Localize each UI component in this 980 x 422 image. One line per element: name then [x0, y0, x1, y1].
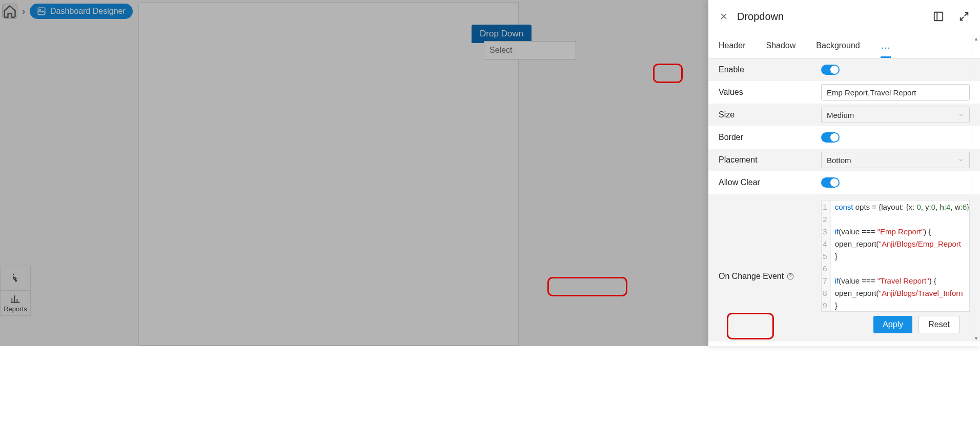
- palette-reports[interactable]: Reports: [1, 291, 30, 315]
- side-panel: Dropdown Header Shadow Background … Enab…: [708, 0, 980, 346]
- chevron-right-icon: ›: [17, 6, 30, 17]
- svg-rect-2: [934, 12, 943, 21]
- svg-point-1: [39, 9, 40, 10]
- breadcrumb-designer-label: Dashboard Designer: [50, 7, 126, 16]
- allowclear-toggle[interactable]: [821, 177, 840, 188]
- border-label: Border: [719, 133, 821, 142]
- tab-shadow[interactable]: Shadow: [766, 41, 795, 50]
- expand-icon[interactable]: [958, 11, 970, 22]
- breadcrumb-designer[interactable]: Dashboard Designer: [30, 4, 133, 19]
- row-placement: Placement Bottom: [708, 149, 980, 171]
- code-editor[interactable]: 1const opts = {layout: {x: 0, y:0, h:4, …: [821, 200, 970, 312]
- placement-select[interactable]: Bottom: [821, 152, 970, 168]
- widget-select[interactable]: Select: [484, 41, 576, 59]
- row-border: Border: [708, 126, 980, 149]
- size-select[interactable]: Medium: [821, 107, 970, 123]
- scrollbar[interactable]: ▲ ▼: [972, 36, 980, 344]
- apply-button[interactable]: Apply: [873, 316, 912, 333]
- panel-title: Dropdown: [737, 11, 918, 23]
- highlight-apply: [727, 313, 774, 339]
- breadcrumb: › Dashboard Designer: [0, 2, 133, 21]
- row-values: Values: [708, 81, 980, 104]
- tabs: Header Shadow Background …: [708, 33, 980, 58]
- widget-select-placeholder: Select: [489, 46, 512, 55]
- size-label: Size: [719, 110, 821, 119]
- reset-button[interactable]: Reset: [918, 316, 959, 333]
- scroll-thumb[interactable]: [973, 46, 979, 87]
- onchange-label-wrap: On Change Event: [719, 200, 821, 281]
- help-icon[interactable]: [787, 273, 794, 280]
- tab-header[interactable]: Header: [719, 41, 745, 50]
- size-value: Medium: [827, 111, 854, 119]
- enable-toggle[interactable]: [821, 65, 840, 75]
- palette-click[interactable]: [1, 266, 30, 291]
- placement-label: Placement: [719, 155, 821, 165]
- close-icon[interactable]: [719, 11, 729, 22]
- enable-label: Enable: [719, 65, 821, 74]
- home-icon[interactable]: [2, 4, 17, 19]
- code-buttons: Apply Reset: [821, 312, 970, 335]
- tab-background[interactable]: Background: [816, 41, 860, 50]
- row-allow-clear: Allow Clear: [708, 171, 980, 194]
- chevron-down-icon: [958, 112, 964, 118]
- chevron-down-icon: [958, 157, 964, 163]
- row-size: Size Medium: [708, 104, 980, 126]
- palette: Reports: [0, 266, 31, 316]
- border-toggle[interactable]: [821, 132, 840, 143]
- property-rows: Enable Values Size Medium Border Placeme…: [708, 58, 980, 346]
- scroll-up-icon[interactable]: ▲: [972, 36, 980, 44]
- layout-icon[interactable]: [933, 11, 944, 22]
- placement-value: Bottom: [827, 156, 851, 165]
- widget-title: Drop Down: [472, 25, 532, 43]
- row-enable: Enable: [708, 58, 980, 81]
- highlight-onchange: [547, 277, 627, 296]
- onchange-label: On Change Event: [719, 272, 784, 281]
- palette-reports-label: Reports: [4, 305, 27, 313]
- allowclear-label: Allow Clear: [719, 178, 821, 187]
- values-label: Values: [719, 88, 821, 97]
- panel-header: Dropdown: [708, 0, 980, 33]
- scroll-down-icon[interactable]: ▼: [972, 335, 980, 344]
- highlight-enable: [653, 64, 683, 83]
- canvas-background: [138, 2, 519, 346]
- tab-more[interactable]: …: [881, 39, 892, 51]
- values-input[interactable]: [821, 84, 970, 101]
